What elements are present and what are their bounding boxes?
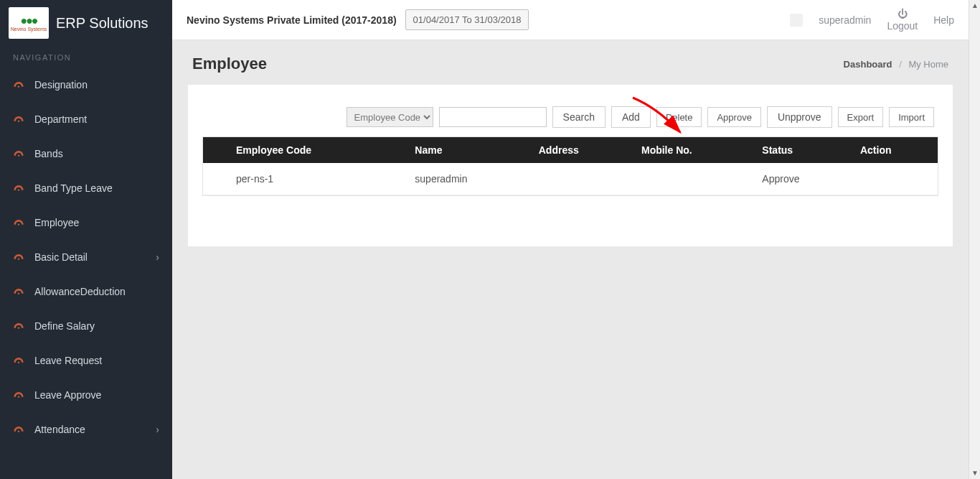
gauge-icon [13,390,24,400]
sidebar-item-label: Attendance [34,424,85,435]
sidebar-item-attendance[interactable]: Attendance› [0,412,172,447]
col-mobile: Mobile No. [631,137,752,163]
sidebar-item-label: Band Type Leave [34,182,113,194]
sidebar-item-label: Leave Request [34,355,102,366]
date-range-box[interactable]: 01/04/2017 To 31/03/2018 [405,9,529,30]
gauge-icon [13,287,24,297]
cell-action [850,163,938,195]
gauge-icon [13,321,24,331]
browser-scrollbar[interactable]: ▲ ▼ [969,0,980,479]
gauge-icon [13,424,24,434]
sidebar-item-label: Designation [34,79,88,90]
sidebar-item-bands[interactable]: Bands [0,136,172,171]
sidebar-item-label: Basic Detail [34,251,88,263]
scroll-down-icon[interactable]: ▼ [969,468,980,479]
gauge-icon [13,252,24,262]
gauge-icon [13,183,24,193]
breadcrumb-dashboard[interactable]: Dashboard [844,59,892,70]
sidebar-item-label: Leave Approve [34,389,101,401]
sidebar-item-label: Employee [34,217,79,228]
nav-header-label: NAVIGATION [0,46,172,68]
import-button[interactable]: Import [889,107,934,127]
svg-point-2 [18,154,19,156]
sidebar-item-basic-detail[interactable]: Basic Detail› [0,240,172,274]
svg-point-3 [18,189,19,190]
add-button[interactable]: Add [611,106,651,128]
sidebar-item-label: Bands [34,148,63,159]
sidebar-item-label: Department [34,113,87,125]
help-link[interactable]: Help [933,14,954,26]
sidebar-item-designation[interactable]: Designation [0,68,172,102]
sidebar-item-allowance-deduction[interactable]: AllowanceDeduction [0,274,172,309]
table-row[interactable]: per-ns-1superadminApprove [203,163,938,195]
gauge-icon [13,218,24,228]
svg-point-8 [18,361,19,363]
brand-title: ERP Solutions [56,15,149,32]
unapprove-button[interactable]: Unpprove [767,106,832,128]
page-header: Employee Dashboard / My Home [172,40,969,85]
employee-table: Employee Code Name Address Mobile No. St… [203,137,938,195]
scroll-up-icon[interactable]: ▲ [969,0,980,11]
col-status: Status [752,137,850,163]
col-action: Action [850,137,938,163]
col-address: Address [529,137,631,163]
chevron-right-icon: › [156,424,159,435]
cell-address [529,163,631,195]
breadcrumb: Dashboard / My Home [844,59,948,70]
approve-button[interactable]: Approve [707,107,760,127]
page-title: Employee [192,55,267,73]
topbar-right: superadmin ⏻ Logout Help [790,8,954,32]
svg-point-5 [18,258,19,259]
sidebar-item-band-type-leave[interactable]: Band Type Leave [0,171,172,205]
cell-code: per-ns-1 [203,163,405,195]
table-toolbar: Employee Code Search Add Delete Approve … [202,106,938,128]
avatar [790,14,803,27]
cell-name: superadmin [405,163,528,195]
chevron-right-icon: › [156,251,159,263]
svg-point-0 [18,85,19,87]
sidebar-item-label: AllowanceDeduction [34,286,126,297]
breadcrumb-separator: / [899,59,902,70]
svg-point-1 [18,120,19,121]
logout-link[interactable]: ⏻ Logout [887,8,918,32]
breadcrumb-myhome[interactable]: My Home [908,59,948,70]
search-button[interactable]: Search [552,106,606,128]
sidebar-item-define-salary[interactable]: Define Salary [0,309,172,343]
logo-dots-icon: ●●● [21,15,37,27]
svg-point-9 [18,396,19,397]
brand-block: ●●● Nevino Systems ERP Solutions [0,0,172,46]
logo-subtext: Nevino Systems [11,27,47,32]
gauge-icon [13,149,24,159]
search-input[interactable] [439,107,547,127]
sidebar: ●●● Nevino Systems ERP Solutions NAVIGAT… [0,0,172,479]
sidebar-item-leave-request[interactable]: Leave Request [0,343,172,378]
gauge-icon [13,355,24,366]
company-label: Nevino Systems Private Limited (2017-201… [187,14,397,26]
sidebar-item-department[interactable]: Department [0,102,172,136]
sidebar-item-employee[interactable]: Employee [0,205,172,240]
cell-mobile [631,163,752,195]
col-name: Name [405,137,528,163]
svg-point-6 [18,292,19,294]
sidebar-item-leave-approve[interactable]: Leave Approve [0,378,172,412]
cell-status: Approve [752,163,850,195]
topbar: Nevino Systems Private Limited (2017-201… [172,0,969,40]
brand-logo: ●●● Nevino Systems [9,7,49,39]
svg-point-10 [18,430,19,432]
gauge-icon [13,114,24,124]
logout-label: Logout [887,20,918,32]
sidebar-item-label: Define Salary [34,320,95,332]
table-body: per-ns-1superadminApprove [203,163,938,195]
svg-point-7 [18,327,19,328]
delete-button[interactable]: Delete [656,107,702,127]
username-label[interactable]: superadmin [819,14,871,26]
search-field-select[interactable]: Employee Code [347,107,433,127]
main-area: Nevino Systems Private Limited (2017-201… [172,0,969,479]
power-icon: ⏻ [897,8,908,20]
export-button[interactable]: Export [838,107,884,127]
gauge-icon [13,80,24,90]
employee-table-wrap: Employee Code Name Address Mobile No. St… [202,136,938,196]
nav-list: DesignationDepartmentBandsBand Type Leav… [0,68,172,447]
content-card: Employee Code Search Add Delete Approve … [188,85,953,246]
svg-point-4 [18,223,19,225]
